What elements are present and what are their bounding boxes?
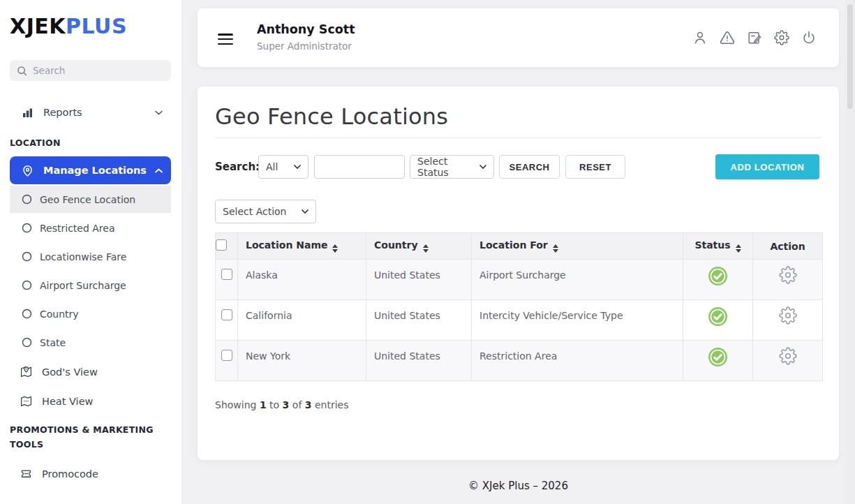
summary-total: 3 (305, 399, 312, 410)
sidebar-item-label: State (40, 337, 66, 348)
user-block[interactable]: Anthony Scott Super Administrator (257, 22, 355, 52)
row-settings-gear-icon[interactable] (779, 347, 797, 365)
summary-to: 3 (283, 399, 290, 410)
column-header-location-for[interactable]: Location For (472, 233, 683, 260)
cell-status (683, 300, 753, 341)
sidebar-item-label: Manage Locations (43, 165, 147, 176)
topbar-icons (692, 8, 817, 67)
summary-text: of (292, 399, 302, 410)
sidebar-item-airport-surcharge[interactable]: Airport Surcharge (10, 272, 171, 299)
circle-icon (22, 251, 32, 262)
chevron-up-icon (155, 168, 163, 173)
sidebar-item-country[interactable]: Country (10, 300, 171, 327)
column-label: Location Name (246, 239, 327, 251)
circle-icon (22, 280, 32, 290)
column-header-action: Action (753, 233, 823, 260)
cell-status (683, 341, 753, 381)
row-checkbox[interactable] (221, 350, 232, 361)
hamburger-menu-icon[interactable] (218, 34, 233, 47)
sidebar-item-label: Restricted Area (40, 223, 115, 234)
sidebar-item-reports[interactable]: Reports (10, 98, 171, 126)
scrollbar-track[interactable] (845, 0, 855, 504)
sidebar-item-heat-view[interactable]: Heat View (10, 387, 171, 415)
sidebar-item-gods-view[interactable]: God's View (10, 358, 171, 385)
bulk-action-select[interactable]: Select Action (215, 200, 316, 223)
circle-icon (22, 194, 32, 205)
search-icon (17, 66, 27, 76)
status-active-icon[interactable] (708, 306, 728, 327)
sidebar-item-manage-locations[interactable]: Manage Locations (10, 156, 171, 184)
app-logo[interactable]: XJEKPLUS (10, 14, 127, 38)
row-checkbox[interactable] (221, 269, 232, 280)
cell-country: United States (366, 300, 472, 341)
sidebar-item-label: God's View (42, 366, 98, 378)
selected-value: Select Status (417, 156, 479, 178)
search-field-select[interactable]: All (258, 155, 308, 179)
search-label: Search: (215, 154, 260, 179)
selected-value: Select Action (223, 206, 287, 217)
table-row: California United States Intercity Vehic… (216, 300, 823, 341)
select-all-cell (216, 233, 238, 260)
logo-primary: XJEK (10, 14, 66, 38)
sidebar-item-label: Heat View (42, 396, 93, 407)
summary-from: 1 (260, 399, 267, 410)
select-all-checkbox[interactable] (216, 239, 227, 251)
sidebar-search[interactable]: Search (10, 60, 171, 81)
row-settings-gear-icon[interactable] (779, 266, 797, 284)
row-settings-gear-icon[interactable] (779, 306, 797, 325)
user-name: Anthony Scott (257, 22, 355, 36)
status-select[interactable]: Select Status (410, 155, 494, 179)
ticket-icon (20, 467, 33, 480)
sidebar-item-locationwise-fare[interactable]: Locationwise Fare (10, 243, 171, 270)
user-icon[interactable] (692, 30, 708, 45)
cell-action (753, 260, 823, 300)
column-header-status[interactable]: Status (683, 233, 753, 260)
sidebar-item-label: Country (40, 309, 79, 320)
cell-country: United States (366, 341, 472, 381)
page-title: Geo Fence Locations (215, 103, 448, 130)
map-view-icon (20, 365, 33, 378)
status-active-icon[interactable] (708, 347, 728, 367)
user-role: Super Administrator (257, 40, 355, 52)
chevron-down-icon (302, 209, 308, 214)
chevron-down-icon (479, 165, 486, 169)
chevron-down-icon (155, 110, 163, 115)
content-panel: Geo Fence Locations Search: All Select S… (198, 87, 839, 460)
cell-action (753, 341, 823, 381)
heat-map-icon (20, 394, 33, 408)
power-icon[interactable] (801, 30, 817, 45)
summary-text: Showing (215, 399, 256, 410)
row-checkbox[interactable] (221, 309, 232, 320)
search-keyword-input[interactable] (314, 155, 405, 179)
cell-location-name: New York (238, 341, 366, 381)
sort-icon (553, 244, 558, 253)
column-label: Location For (479, 239, 548, 251)
sidebar-item-restricted-area[interactable]: Restricted Area (10, 214, 171, 242)
circle-icon (22, 309, 32, 319)
map-pin-icon (21, 164, 34, 177)
sidebar-item-state[interactable]: State (10, 329, 171, 356)
sort-icon (423, 244, 429, 253)
table-header-row: Location Name Country Location For Statu… (216, 233, 823, 260)
reset-button[interactable]: RESET (565, 155, 625, 179)
sidebar-item-label: Promocode (42, 468, 98, 480)
report-edit-icon[interactable] (747, 30, 762, 45)
cell-country: United States (366, 260, 472, 300)
cell-status (683, 260, 753, 300)
cell-location-for: Airport Surcharge (472, 260, 683, 300)
add-location-button[interactable]: ADD LOCATION (715, 154, 819, 179)
sidebar: XJEKPLUS Search Reports LOCATION Manage … (0, 0, 181, 504)
search-button[interactable]: SEARCH (499, 155, 560, 179)
status-active-icon[interactable] (708, 266, 728, 286)
cell-location-for: Intercity Vehicle/Service Type (472, 300, 683, 341)
warning-icon[interactable] (720, 30, 735, 45)
summary-text: to (269, 399, 279, 410)
settings-icon[interactable] (774, 30, 789, 45)
sidebar-item-promocode[interactable]: Promocode (10, 460, 171, 487)
sidebar-item-geo-fence-location[interactable]: Geo Fence Location (10, 186, 171, 213)
column-header-country[interactable]: Country (366, 233, 472, 260)
scrollbar-thumb[interactable] (847, 4, 853, 109)
row-select-cell (216, 341, 238, 381)
column-header-location-name[interactable]: Location Name (238, 233, 366, 260)
logo-accent: PLUS (66, 14, 127, 38)
